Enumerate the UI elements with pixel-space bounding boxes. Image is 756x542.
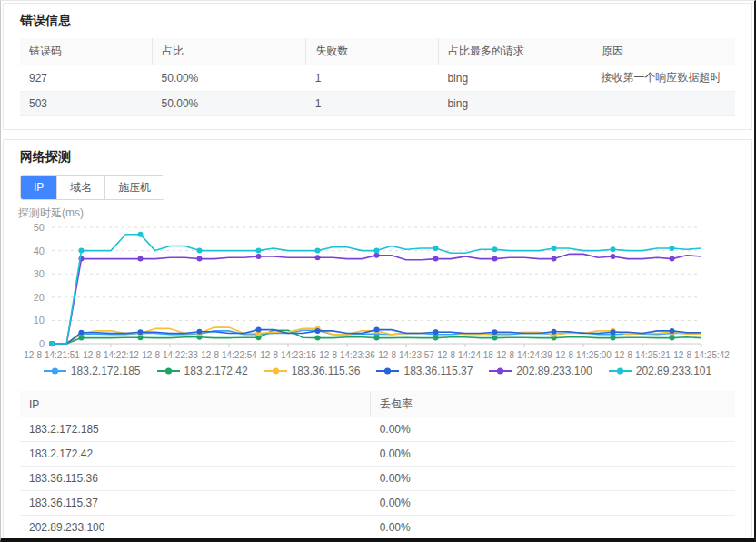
data-point xyxy=(196,248,202,254)
legend-label: 202.89.233.100 xyxy=(516,365,592,377)
ip-table-cell: 0.00% xyxy=(371,467,735,491)
legend-marker-icon xyxy=(264,366,287,376)
error-table-header-4: 原因 xyxy=(592,38,735,65)
data-point xyxy=(78,248,84,254)
ip-table-cell: 0.00% xyxy=(371,516,735,540)
data-point xyxy=(373,253,379,258)
error-table-cell: 1 xyxy=(306,92,439,116)
data-point xyxy=(196,256,202,262)
y-tick-label: 30 xyxy=(33,268,44,279)
x-tick-label: 12-8 14:23:15 xyxy=(260,350,316,360)
tab-ip[interactable]: IP xyxy=(21,176,56,199)
legend-item-183.2.172.42[interactable]: 183.2.172.42 xyxy=(157,365,248,377)
tab-施压机[interactable]: 施压机 xyxy=(104,176,164,199)
data-point xyxy=(492,329,497,335)
ip-table-cell: 183.36.115.36 xyxy=(20,467,371,491)
legend-item-183.36.115.36[interactable]: 183.36.115.36 xyxy=(264,365,361,377)
data-point xyxy=(49,341,55,346)
legend-label: 183.36.115.36 xyxy=(292,365,361,377)
ip-table-cell: 0.00% xyxy=(371,491,735,516)
ip-loss-table: IP丢包率183.2.172.1850.00%183.2.172.420.00%… xyxy=(20,391,735,540)
ip-table-row: 183.36.115.360.00% xyxy=(20,467,735,491)
ip-table-cell: 202.89.233.100 xyxy=(20,516,371,540)
data-point xyxy=(610,329,615,335)
ip-table-row: 202.89.233.1000.00% xyxy=(20,516,735,540)
dashboard-page: 错误信息 错误码占比失败数占比最多的请求原因92750.00%1bing接收第一… xyxy=(0,0,756,542)
data-point xyxy=(314,248,320,254)
error-table-cell: bing xyxy=(438,92,592,116)
x-tick-label: 12-8 14:24:18 xyxy=(437,350,493,360)
legend-marker-icon xyxy=(376,366,399,376)
data-point xyxy=(551,246,556,251)
data-point xyxy=(373,336,379,341)
error-table-header-row: 错误码占比失败数占比最多的请求原因 xyxy=(20,38,735,65)
error-table-row: 50350.00%1bing xyxy=(20,92,735,116)
latency-chart-area: 探测时延(ms) 0102030405012-8 14:21:5112-8 14… xyxy=(4,206,751,360)
data-point xyxy=(314,255,320,260)
x-tick-label: 12-8 14:22:12 xyxy=(83,350,139,360)
legend-label: 183.2.172.185 xyxy=(71,365,141,377)
data-point xyxy=(551,256,556,262)
error-table-header-1: 占比 xyxy=(153,38,306,65)
error-info-card: 错误信息 错误码占比失败数占比最多的请求原因92750.00%1bing接收第一… xyxy=(3,3,752,130)
x-tick-label: 12-8 14:24:39 xyxy=(496,350,552,360)
y-tick-label: 40 xyxy=(33,246,44,256)
x-tick-label: 12-8 14:22:33 xyxy=(142,350,198,360)
tab-域名[interactable]: 域名 xyxy=(56,176,104,199)
ip-table-header-0: IP xyxy=(20,391,371,417)
legend-label: 183.36.115.37 xyxy=(403,365,472,377)
y-tick-label: 50 xyxy=(33,222,44,233)
error-table-cell: 503 xyxy=(20,92,153,116)
error-table-cell: 接收第一个响应数据超时 xyxy=(592,65,735,92)
error-table: 错误码占比失败数占比最多的请求原因92750.00%1bing接收第一个响应数据… xyxy=(20,38,735,116)
legend-marker-icon xyxy=(489,366,512,376)
legend-item-202.89.233.101[interactable]: 202.89.233.101 xyxy=(609,365,711,377)
x-tick-label: 12-8 14:23:57 xyxy=(378,350,434,360)
data-point xyxy=(137,329,143,335)
ip-table-cell: 0.00% xyxy=(371,417,735,442)
data-point xyxy=(433,329,438,335)
data-point xyxy=(373,327,379,333)
error-table-cell xyxy=(592,92,735,116)
latency-line-chart: 0102030405012-8 14:21:5112-8 14:22:1212-… xyxy=(18,218,738,360)
x-tick-label: 12-8 14:25:21 xyxy=(614,350,671,360)
ip-table-cell: 0.00% xyxy=(371,442,735,467)
data-point xyxy=(255,327,261,333)
data-point xyxy=(669,336,674,341)
data-point xyxy=(373,248,379,254)
y-tick-label: 0 xyxy=(38,338,44,349)
data-point xyxy=(492,246,497,252)
data-point xyxy=(433,246,438,251)
data-point xyxy=(669,256,674,262)
data-point xyxy=(669,246,674,251)
legend-item-202.89.233.100[interactable]: 202.89.233.100 xyxy=(489,365,592,377)
data-point xyxy=(255,254,261,259)
data-point xyxy=(137,256,143,262)
y-tick-label: 10 xyxy=(33,315,44,326)
legend-label: 183.2.172.42 xyxy=(184,365,248,377)
data-point xyxy=(610,246,615,252)
x-tick-label: 12-8 14:25:00 xyxy=(555,350,612,360)
y-axis-label: 探测时延(ms) xyxy=(18,206,751,218)
legend-marker-icon xyxy=(609,366,632,376)
data-point xyxy=(433,336,438,341)
error-table-cell: 50.00% xyxy=(153,92,306,116)
data-point xyxy=(610,336,615,341)
y-tick-label: 20 xyxy=(33,292,44,303)
legend-item-183.2.172.185[interactable]: 183.2.172.185 xyxy=(44,365,141,377)
data-point xyxy=(492,256,497,262)
legend-item-183.36.115.37[interactable]: 183.36.115.37 xyxy=(376,365,472,377)
data-point xyxy=(78,330,84,336)
data-point xyxy=(433,256,438,262)
error-table-cell: 1 xyxy=(306,65,439,92)
chart-legend: 183.2.172.185183.2.172.42183.36.115.3618… xyxy=(4,364,751,378)
legend-marker-icon xyxy=(44,366,66,376)
ip-table-cell: 183.2.172.42 xyxy=(20,442,371,467)
error-table-row: 92750.00%1bing接收第一个响应数据超时 xyxy=(20,65,735,92)
ip-table-row: 183.2.172.1850.00% xyxy=(20,417,735,442)
probe-type-tab-group: IP域名施压机 xyxy=(20,175,164,200)
error-info-title: 错误信息 xyxy=(4,4,751,27)
ip-table-row: 183.36.115.370.00% xyxy=(20,491,735,516)
ip-table-cell: 183.2.172.185 xyxy=(20,417,371,442)
network-probe-title: 网络探测 xyxy=(4,140,751,164)
